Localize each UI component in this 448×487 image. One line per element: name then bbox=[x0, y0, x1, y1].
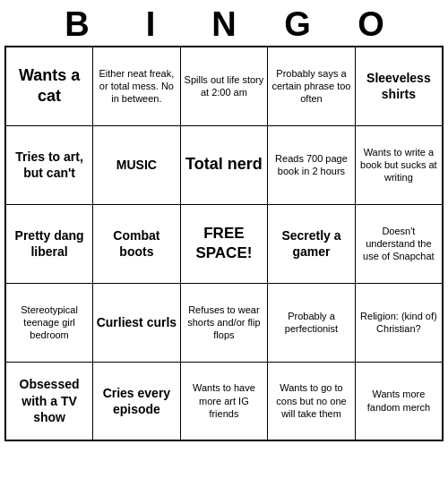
bingo-cell-1-4: Wants to write a book but sucks at writi… bbox=[355, 125, 443, 204]
bingo-cell-4-3: Wants to go to cons but no one will take… bbox=[268, 362, 356, 440]
bingo-row-2: Pretty dang liberalCombat bootsFREE SPAC… bbox=[5, 204, 443, 283]
bingo-table: Wants a catEither neat freak, or total m… bbox=[4, 46, 444, 441]
bingo-cell-4-1: Cries every episode bbox=[93, 362, 180, 440]
header-letter-b: B bbox=[40, 5, 114, 44]
bingo-row-0: Wants a catEither neat freak, or total m… bbox=[5, 47, 443, 125]
header-letter-o: O bbox=[334, 5, 408, 44]
bingo-cell-0-3: Probably says a certain phrase too often bbox=[268, 47, 356, 125]
bingo-cell-3-1: Curliest curls bbox=[93, 283, 180, 362]
bingo-cell-2-2: FREE SPACE! bbox=[180, 204, 268, 283]
bingo-header: BINGO bbox=[0, 0, 448, 46]
bingo-cell-2-0: Pretty dang liberal bbox=[5, 204, 93, 283]
bingo-cell-3-3: Probably a perfectionist bbox=[268, 283, 356, 362]
bingo-cell-2-1: Combat boots bbox=[93, 204, 180, 283]
bingo-cell-4-2: Wants to have more art IG friends bbox=[180, 362, 268, 440]
bingo-cell-0-2: Spills out life story at 2:00 am bbox=[180, 47, 268, 125]
bingo-cell-4-4: Wants more fandom merch bbox=[355, 362, 443, 440]
bingo-cell-0-4: Sleeveless shirts bbox=[355, 47, 443, 125]
bingo-cell-3-4: Religion: (kind of) Christian? bbox=[355, 283, 443, 362]
bingo-row-1: Tries to art, but can'tMUSICTotal nerdRe… bbox=[5, 125, 443, 204]
bingo-cell-1-1: MUSIC bbox=[93, 125, 180, 204]
bingo-cell-0-0: Wants a cat bbox=[5, 47, 93, 125]
bingo-cell-1-0: Tries to art, but can't bbox=[5, 125, 93, 204]
bingo-cell-1-2: Total nerd bbox=[180, 125, 268, 204]
header-letter-g: G bbox=[261, 5, 334, 44]
header-letter-i: I bbox=[114, 5, 187, 44]
bingo-row-4: Obsessed with a TV showCries every episo… bbox=[5, 362, 443, 440]
bingo-cell-3-2: Refuses to wear shorts and/or flip flops bbox=[180, 283, 268, 362]
bingo-cell-1-3: Reads 700 page book in 2 hours bbox=[268, 125, 356, 204]
bingo-cell-2-4: Doesn't understand the use of Snapchat bbox=[355, 204, 443, 283]
bingo-cell-2-3: Secretly a gamer bbox=[268, 204, 356, 283]
bingo-cell-0-1: Either neat freak, or total mess. No in … bbox=[93, 47, 180, 125]
bingo-cell-3-0: Stereotypical teenage girl bedroom bbox=[5, 283, 93, 362]
bingo-row-3: Stereotypical teenage girl bedroomCurlie… bbox=[5, 283, 443, 362]
header-letter-n: N bbox=[187, 5, 261, 44]
bingo-cell-4-0: Obsessed with a TV show bbox=[5, 362, 93, 440]
